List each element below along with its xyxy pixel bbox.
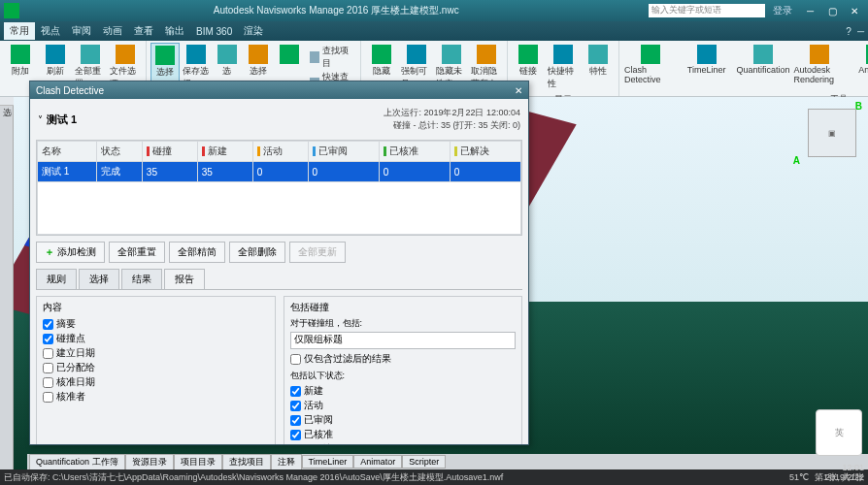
reset-all-button[interactable]: 全部重置	[109, 242, 165, 263]
status-temp: 51℃	[789, 472, 809, 482]
simplify-all-button[interactable]: 全部精简	[169, 242, 225, 263]
menu-BIM 360[interactable]: BIM 360	[190, 24, 238, 39]
panel-close-icon[interactable]: ✕	[515, 85, 522, 96]
col-已审阅[interactable]: 已审阅	[308, 142, 379, 162]
col-碰撞[interactable]: 碰撞	[142, 142, 197, 162]
chk-核准日期[interactable]	[43, 377, 53, 388]
content-section-title: 内容	[43, 301, 269, 314]
filter-only-checkbox[interactable]	[290, 354, 301, 365]
search-input[interactable]: 输入关键字或短语	[649, 4, 765, 17]
viewcube[interactable]: ▣	[808, 109, 856, 157]
window-title: Autodesk Navisworks Manage 2016 厚生楼土建模型.…	[23, 4, 649, 17]
add-test-button[interactable]: ＋添加检测	[36, 242, 105, 263]
chk-活动[interactable]	[290, 401, 301, 411]
chk-建立日期[interactable]	[43, 348, 53, 359]
clash-detective-panel: Clash Detective ✕ ˅ 测试 1 上次运行: 2019年2月22…	[29, 81, 529, 445]
btab-Scripter[interactable]: Scripter	[402, 455, 446, 469]
app-icon	[4, 3, 19, 18]
btab-TimeLiner[interactable]: TimeLiner	[302, 455, 354, 469]
panel-tab-报告[interactable]: 报告	[164, 269, 205, 289]
btab-项目目录[interactable]: 项目目录	[174, 454, 222, 470]
col-状态[interactable]: 状态	[96, 142, 142, 162]
btab-资源目录[interactable]: 资源目录	[125, 454, 174, 470]
update-all-button[interactable]: 全部更新	[289, 242, 346, 263]
chk-新建[interactable]	[290, 386, 301, 397]
chk-摘要[interactable]	[43, 319, 53, 330]
col-已核准[interactable]: 已核准	[379, 142, 450, 162]
ribbon-Clash Detective[interactable]: Clash Detective	[623, 43, 678, 92]
caret-icon[interactable]: ˅	[38, 114, 43, 125]
menu-审阅[interactable]: 审阅	[66, 22, 97, 40]
minimize-button[interactable]: ─	[800, 6, 819, 16]
menu-渲染[interactable]: 渲染	[238, 22, 269, 40]
chk-已审阅[interactable]	[290, 415, 301, 426]
btab-注释[interactable]: 注释	[271, 454, 302, 470]
menu-输出[interactable]: 输出	[159, 22, 190, 40]
menu-动画[interactable]: 动画	[97, 22, 128, 40]
col-名称[interactable]: 名称	[38, 142, 97, 162]
chk-已解决[interactable]	[290, 444, 301, 445]
menu-min-icon[interactable]: ─	[857, 26, 864, 37]
system-clock: 12:01 2019/2/22	[825, 464, 864, 483]
login-link[interactable]: 登录	[773, 4, 792, 17]
chk-已核准[interactable]	[290, 430, 301, 440]
include-select[interactable]: 仅限组标题	[290, 332, 517, 349]
ime-avatar[interactable]: 英	[816, 409, 862, 456]
menu-查看[interactable]: 查看	[128, 22, 159, 40]
axis-label-a: A	[793, 155, 800, 166]
chk-碰撞点[interactable]	[43, 334, 53, 344]
btab-Animator[interactable]: Animator	[353, 455, 402, 469]
panel-tab-结果[interactable]: 结果	[121, 269, 162, 289]
close-button[interactable]: ✕	[845, 6, 864, 16]
btab-Quantification 工作簿[interactable]: Quantification 工作簿	[29, 454, 125, 470]
ribbon-Animator[interactable]: Animator	[849, 43, 868, 92]
test-name: 测试 1	[47, 113, 77, 127]
tests-table[interactable]: 名称状态碰撞新建活动已审阅已核准已解决 测试 1完成35350000	[36, 140, 522, 236]
menu-常用[interactable]: 常用	[4, 22, 35, 40]
chk-核准者[interactable]	[43, 392, 53, 403]
left-tab[interactable]: 选	[0, 97, 15, 106]
table-row[interactable]: 测试 1完成35350000	[38, 162, 521, 182]
ribbon-TimeLiner[interactable]: TimeLiner	[680, 43, 734, 92]
chk-已分配给[interactable]	[43, 363, 53, 373]
maximize-button[interactable]: ▢	[822, 6, 842, 16]
ribbon-Quantification[interactable]: Quantification	[736, 43, 791, 92]
status-path: 已自动保存: C:\Users\清清七七\AppData\Roaming\Aut…	[4, 471, 789, 484]
menu-视点[interactable]: 视点	[35, 22, 66, 40]
btab-查找项目[interactable]: 查找项目	[222, 454, 271, 470]
help-icon[interactable]: ?	[846, 26, 851, 37]
ribbon-特性[interactable]: 特性	[582, 43, 615, 92]
include-section-title: 包括碰撞	[290, 301, 517, 314]
ribbon-Autodesk Rendering[interactable]: Autodesk Rendering	[793, 43, 848, 92]
ribbon-快捷特性[interactable]: 快捷特性	[547, 43, 580, 92]
col-活动[interactable]: 活动	[252, 142, 308, 162]
col-新建[interactable]: 新建	[197, 142, 252, 162]
delete-all-button[interactable]: 全部删除	[229, 242, 285, 263]
col-已解决[interactable]: 已解决	[450, 142, 520, 162]
panel-tab-规则[interactable]: 规则	[36, 269, 77, 289]
panel-tab-选择[interactable]: 选择	[79, 269, 119, 289]
panel-title: Clash Detective	[36, 85, 104, 96]
